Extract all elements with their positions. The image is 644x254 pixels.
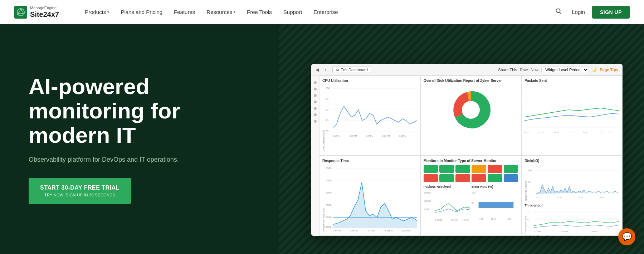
raw-label: Raw — [520, 68, 528, 72]
svg-text:3:04PM: 3:04PM — [590, 230, 597, 233]
svg-text:10: 10 — [527, 210, 530, 212]
mysql-title: MySql - Zyker Server — [525, 234, 619, 236]
throughput-sub: Throughput Throughput (rpm) 10 5 — [525, 204, 619, 233]
packets-sent-title: Packets Sent — [525, 79, 619, 83]
chat-icon: 💬 — [622, 232, 632, 241]
monitor-cell-green4 — [504, 165, 518, 173]
sidebar-dot — [314, 101, 317, 103]
svg-text:17:25: 17:25 — [479, 218, 484, 220]
svg-text:100000: 100000 — [424, 200, 431, 202]
svg-text:1000: 1000 — [326, 226, 332, 229]
svg-text:100: 100 — [472, 191, 475, 194]
monitor-row-1 — [424, 165, 518, 173]
svg-text:2:43PM: 2:43PM — [561, 230, 569, 233]
svg-rect-68 — [479, 202, 514, 208]
hero-section: AI-powered monitoring for modern IT Obse… — [0, 24, 644, 254]
share-this-label: Share This — [498, 68, 517, 72]
search-button[interactable] — [552, 6, 565, 18]
svg-text:2:24PM: 2:24PM — [366, 135, 373, 137]
nav-free-tools[interactable]: Free Tools — [243, 6, 276, 18]
svg-text:2:33PM: 2:33PM — [382, 135, 390, 137]
disk-y-label: Bytes Per Second — [525, 165, 527, 201]
svg-text:18:03: 18:03 — [599, 196, 604, 199]
packets-recv-title: Packets Received — [424, 185, 470, 189]
nav-plans-pricing[interactable]: Plans and Pricing — [116, 6, 167, 18]
dash-dropdown: ▾ — [325, 67, 327, 72]
packets-sent-panel: Packets Sent 6:57 17:02 17:07 17:12 17:1… — [521, 75, 623, 156]
svg-text:3000: 3000 — [326, 204, 332, 207]
sidebar-dot — [314, 113, 317, 116]
nav-links: Products ▾ Plans and Pricing Features Re… — [80, 6, 552, 18]
pie-chart-container — [424, 85, 518, 135]
svg-text:16:25: 16:25 — [507, 218, 512, 220]
svg-text:5: 5 — [527, 218, 529, 220]
response-y-label: Response Time (ms) — [322, 165, 325, 231]
svg-text:2:17PM: 2:17PM — [367, 229, 375, 231]
hero-title: AI-powered monitoring for modern IT — [29, 74, 250, 148]
monitor-cell-green6 — [488, 174, 502, 182]
throughput-title: Throughput — [525, 204, 619, 207]
monitor-cell-green — [424, 165, 438, 173]
nav-support[interactable]: Support — [279, 6, 307, 18]
hero-left: AI-powered monitoring for modern IT Obse… — [0, 53, 279, 226]
trial-btn-main: START 30-DAY FREE TRIAL — [40, 184, 119, 192]
svg-point-26 — [462, 101, 480, 119]
monitor-cell-green5 — [439, 174, 454, 182]
svg-text:1:59PM: 1:59PM — [333, 229, 341, 231]
mysql-sub: MySql - Zyker Server 6:57 17:13 17:29 17… — [525, 234, 619, 236]
period-select[interactable]: Widget Level Period — [541, 67, 589, 73]
moon-icon: 🌙 — [592, 67, 597, 72]
svg-text:2:35PM: 2:35PM — [385, 229, 392, 231]
svg-text:17:22: 17:22 — [597, 131, 603, 133]
svg-text:2:53PM: 2:53PM — [399, 135, 406, 137]
cpu-panel: CPU Utilization CPU Utilization (%) 100 … — [319, 75, 420, 156]
monitor-type-title: Monitors in Monitor Type of Server Monit… — [424, 159, 518, 163]
svg-text:5000: 5000 — [326, 179, 332, 182]
trial-btn-sub: TRY NOW, SIGN UP IN 30 SECONDS — [40, 192, 119, 197]
dash-back-icon[interactable]: ◀ — [316, 67, 319, 72]
svg-text:50000: 50000 — [424, 208, 430, 210]
throughput-chart: 10 5 2:13PM 2:43PM 3:04PM — [527, 208, 619, 233]
svg-text:6000: 6000 — [326, 167, 332, 170]
monitor-cell-red — [488, 165, 502, 173]
nav-products[interactable]: Products ▾ — [80, 6, 113, 18]
logo[interactable]: ManageEngine Site24x7 — [14, 6, 59, 19]
resources-chevron-icon: ▾ — [234, 10, 235, 14]
svg-text:3:03PM: 3:03PM — [402, 229, 410, 231]
dashboard-preview: ◀ ▾ Edit Dashboard Share This Raw Now Wi… — [311, 64, 623, 236]
monitor-type-panel: Monitors in Monitor Type of Server Monit… — [420, 156, 522, 236]
svg-text:5:52PM: 5:52PM — [435, 219, 442, 221]
svg-point-8 — [556, 9, 560, 13]
nav-right: Login SIGN UP — [552, 6, 630, 19]
nav-features[interactable]: Features — [170, 6, 199, 18]
monitor-cell-red2 — [424, 174, 438, 182]
login-link[interactable]: Login — [572, 9, 585, 15]
products-chevron-icon: ▾ — [107, 10, 109, 14]
navbar: ManageEngine Site24x7 Products ▾ Plans a… — [0, 0, 644, 24]
packets-recv-chart: 150000 100000 50000 5:52PM 2:28PM — [424, 189, 470, 221]
error-rate-title: Error Rate (%) — [472, 185, 518, 189]
signup-button[interactable]: SIGN UP — [592, 6, 630, 19]
svg-text:13:25: 13:25 — [491, 218, 496, 220]
svg-text:6:57: 6:57 — [525, 131, 529, 133]
cpu-chart: 100 80 60 40 20 — [326, 85, 417, 138]
svg-text:17:07: 17:07 — [554, 131, 560, 133]
nav-enterprise[interactable]: Enterprise — [309, 6, 342, 18]
svg-text:17:17: 17:17 — [583, 131, 589, 133]
nav-resources[interactable]: Resources ▾ — [202, 6, 240, 18]
svg-rect-0 — [14, 6, 27, 19]
sidebar-dot — [314, 107, 317, 110]
svg-text:17:19: 17:19 — [557, 196, 562, 199]
sidebar-dot — [314, 94, 317, 97]
logo-manage-engine: ManageEngine — [30, 6, 59, 10]
error-rate-sub: Error Rate (%) 100 50 17:25 13:25 16 — [472, 185, 518, 228]
svg-text:2000: 2000 — [326, 216, 332, 219]
packets-recv-sub: Packets Received 150000 100000 50000 — [424, 185, 470, 228]
chat-button[interactable]: 💬 — [618, 228, 635, 245]
svg-text:17:02: 17:02 — [539, 131, 545, 133]
svg-text:3:04PM: 3:04PM — [462, 219, 469, 221]
edit-dashboard-button[interactable]: Edit Dashboard — [332, 67, 371, 73]
svg-text:50: 50 — [472, 201, 474, 204]
sidebar-dot — [314, 120, 317, 123]
trial-button[interactable]: START 30-DAY FREE TRIAL TRY NOW, SIGN UP… — [29, 178, 131, 204]
